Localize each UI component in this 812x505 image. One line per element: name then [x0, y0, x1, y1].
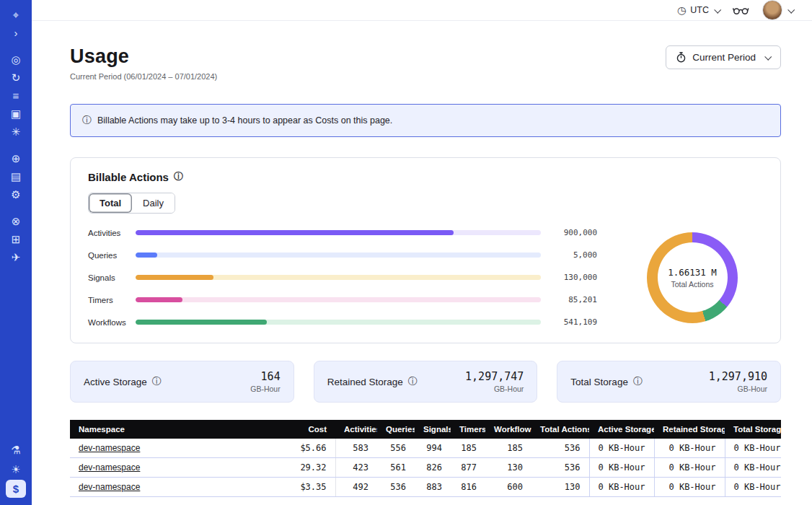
- bar-label: Activities: [88, 229, 136, 237]
- table-cell: 0 KB-Hour: [725, 478, 781, 497]
- temporal-logo-icon[interactable]: ⌖: [6, 6, 26, 24]
- flask-icon[interactable]: ⚗: [6, 441, 26, 459]
- sidebar-bottom-icons: ⚗☀$: [6, 441, 26, 498]
- current-period-label: Current Period: [692, 52, 756, 63]
- bar-fill: [136, 275, 213, 280]
- table-cell: 0 KB-Hour: [589, 458, 654, 478]
- table-cell: 0 KB-Hour: [654, 439, 725, 458]
- table-cell: $5.66: [286, 439, 335, 458]
- column-header-timers: Timers: [451, 420, 485, 439]
- donut-total-label: Total Actions: [671, 280, 714, 289]
- bar-track: [136, 275, 541, 280]
- billable-actions-chart: Activities900,000Queries5,000Signals130,…: [88, 228, 763, 327]
- bar-row-queries: Queries5,000: [88, 250, 597, 260]
- power-clock-icon[interactable]: ↻: [6, 69, 26, 87]
- column-header-namespace: Namespace: [70, 420, 286, 439]
- sidebar-group: ⊕▤⚙: [6, 149, 26, 203]
- donut-total-value: 1.66131 M: [668, 267, 717, 278]
- info-icon[interactable]: ⓘ: [633, 375, 643, 388]
- user-menu[interactable]: [762, 0, 793, 20]
- active-storage-value: 164: [250, 370, 280, 383]
- bar-row-activities: Activities900,000: [88, 228, 597, 237]
- namespace-usage-table: NamespaceCostActivitiesQueriesSignalsTim…: [70, 420, 781, 497]
- table-cell: 0 KB-Hour: [654, 458, 725, 478]
- retained-storage-unit: GB-Hour: [465, 385, 524, 393]
- bar-track: [136, 297, 541, 302]
- sidebar-group: ◎↻≡▣✳: [6, 50, 26, 141]
- cube-icon[interactable]: ▣: [6, 105, 26, 123]
- bar-row-signals: Signals130,000: [88, 273, 597, 282]
- tab-daily[interactable]: Daily: [132, 193, 175, 213]
- bar-track: [136, 230, 541, 235]
- layers-icon[interactable]: ≡: [6, 87, 26, 105]
- namespace-cell: dev-namespace: [70, 458, 286, 478]
- tab-total[interactable]: Total: [89, 193, 132, 213]
- collapse-sidebar-icon[interactable]: ›: [6, 24, 26, 42]
- namespace-link[interactable]: dev-namespace: [79, 443, 140, 453]
- spiral-icon[interactable]: ◎: [6, 50, 26, 69]
- globe-icon[interactable]: ⊕: [6, 149, 26, 167]
- table-cell: 994: [415, 439, 451, 458]
- bar-label: Timers: [88, 296, 136, 304]
- info-icon: ⓘ: [82, 114, 92, 127]
- bar-track: [136, 320, 541, 325]
- table-cell: 185: [485, 439, 531, 458]
- table-cell: 492: [335, 478, 377, 497]
- bar-fill: [136, 252, 157, 258]
- bar-label: Workflows: [88, 318, 136, 327]
- info-icon[interactable]: ⓘ: [408, 375, 418, 388]
- timezone-selector[interactable]: ◷ UTC: [677, 4, 720, 16]
- timezone-label: UTC: [690, 5, 709, 15]
- table-cell: 826: [415, 458, 451, 478]
- column-header-total-storage: Total Storage: [725, 420, 781, 439]
- book-icon[interactable]: ⊞: [6, 230, 26, 248]
- table-cell: 0 KB-Hour: [725, 439, 781, 458]
- table-cell: 556: [377, 439, 415, 458]
- bar-row-timers: Timers85,201: [88, 295, 597, 304]
- card-icon[interactable]: ▤: [6, 167, 26, 185]
- support-glasses-button[interactable]: [733, 6, 749, 15]
- circle-x-icon[interactable]: ⊗: [6, 212, 26, 230]
- active-storage-card: Active Storage ⓘ 164 GB-Hour: [70, 361, 294, 403]
- bar-value: 541,109: [550, 317, 597, 327]
- table-cell: 130: [485, 458, 531, 478]
- usage-page-content: Usage Current Period (06/01/2024 – 07/01…: [32, 21, 812, 505]
- sidebar-group: ⌖›: [6, 6, 26, 42]
- banner-text: Billable Actions may take up to 3-4 hour…: [97, 115, 392, 126]
- total-storage-value: 1,297,910: [709, 370, 767, 383]
- rocket-icon[interactable]: ✈: [6, 248, 26, 266]
- namespace-link[interactable]: dev-namespace: [79, 482, 140, 492]
- column-header-cost: Cost: [286, 420, 335, 439]
- bar-row-workflows: Workflows541,109: [88, 317, 597, 327]
- page-title: Usage: [70, 45, 217, 68]
- column-header-workflows: Workflows: [485, 420, 531, 439]
- table-row: dev-namespace$3.354925368838166001300 KB…: [70, 478, 781, 497]
- table-cell: 0 KB-Hour: [589, 478, 654, 497]
- clock-icon: ◷: [677, 4, 686, 16]
- info-icon[interactable]: ⓘ: [174, 170, 183, 183]
- dollar-circle-icon[interactable]: $: [6, 480, 26, 498]
- bar-value: 900,000: [550, 228, 597, 237]
- total-actions-donut-chart: 1.66131 M Total Actions: [647, 232, 738, 323]
- title-row: Usage Current Period (06/01/2024 – 07/01…: [70, 45, 781, 81]
- billable-actions-card: Billable Actions ⓘ TotalDaily Activities…: [70, 157, 781, 343]
- gear-icon[interactable]: ⚙: [6, 185, 26, 203]
- table-cell: 600: [485, 478, 531, 497]
- total-daily-tabs: TotalDaily: [88, 193, 175, 214]
- stopwatch-icon: [676, 52, 686, 63]
- table-header-row: NamespaceCostActivitiesQueriesSignalsTim…: [70, 420, 781, 439]
- total-storage-unit: GB-Hour: [709, 385, 767, 393]
- bar-label: Queries: [88, 251, 136, 260]
- sun-icon[interactable]: ☀: [6, 460, 26, 478]
- asterisk-icon[interactable]: ✳: [6, 123, 26, 141]
- info-icon[interactable]: ⓘ: [152, 375, 162, 388]
- bar-value: 130,000: [550, 273, 597, 282]
- column-header-signals: Signals: [415, 420, 451, 439]
- current-period-dropdown[interactable]: Current Period: [666, 45, 781, 69]
- billable-actions-info-banner: ⓘ Billable Actions may take up to 3-4 ho…: [70, 104, 781, 137]
- glasses-icon: [733, 6, 749, 15]
- namespace-link[interactable]: dev-namespace: [79, 462, 140, 473]
- donut-center: 1.66131 M Total Actions: [658, 242, 728, 312]
- table-cell: 423: [335, 458, 377, 478]
- table-cell: 0 KB-Hour: [725, 458, 781, 478]
